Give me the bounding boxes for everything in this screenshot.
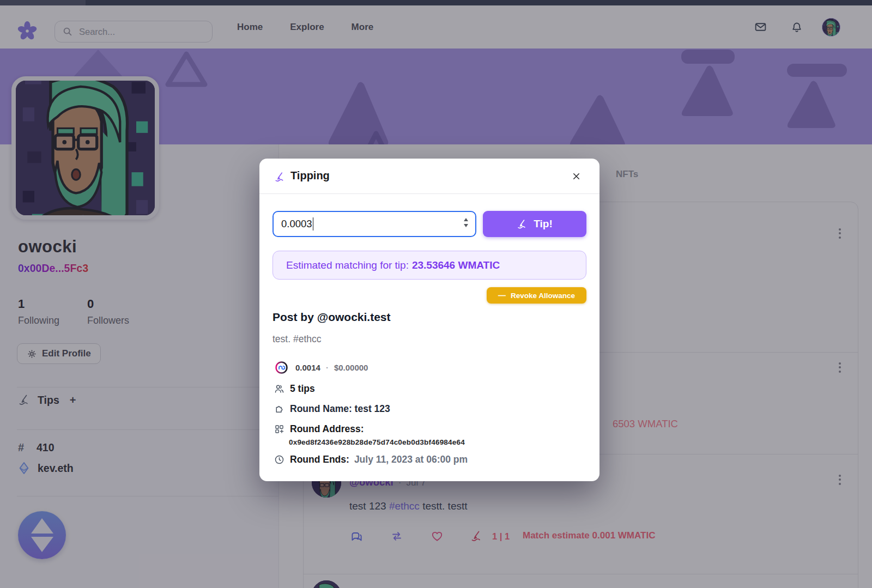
close-icon [571,171,582,181]
stepper-up-icon[interactable] [464,218,468,221]
round-ends-row: Round Ends: July 11, 2023 at 06:00 pm [274,454,468,465]
wmatic-coin-icon [275,361,288,374]
round-name-row: Round Name: test 123 [274,403,390,415]
modal-header-divider [259,193,600,194]
modal-post-excerpt: test. #ethcc [272,334,322,345]
estimated-matching-banner: Estimated matching for tip: 23.53646 WMA… [272,251,586,280]
text-caret [313,217,314,231]
tip-quill-icon [274,171,286,183]
modal-post-heading: Post by @owocki.test [272,311,391,324]
matching-value: 23.53646 WMATIC [412,259,500,271]
round-name: Round Name: test 123 [290,403,390,415]
revoke-allowance-label: Revoke Allowance [511,292,575,300]
usd-value: $0.00000 [334,363,368,372]
round-address-label: Round Address: [290,423,364,435]
revoke-allowance-button[interactable]: — Revoke Allowance [487,287,586,304]
token-amount-row: 0.0014 · $0.00000 [275,361,368,374]
tipping-modal: Tipping 0.0003 Tip! Estimated matchi [259,159,600,481]
tip-button-label: Tip! [534,218,552,230]
tip-amount-input[interactable]: 0.0003 [272,211,476,237]
puzzle-icon [274,403,285,415]
modal-title: Tipping [290,169,330,182]
number-stepper[interactable] [464,218,468,227]
round-ends-label: Round Ends: [290,454,349,465]
tip-submit-button[interactable]: Tip! [483,211,586,237]
modal-tip-icon-wrap [274,171,286,183]
round-address-value: 0x9ed8f2436e928b28de75d74c0eb0d3bf46984e… [289,438,465,446]
round-address-row: Round Address: [274,423,364,435]
tips-count-row: 5 tips [274,383,315,395]
close-modal-button[interactable] [568,168,584,184]
stepper-down-icon[interactable] [464,224,468,227]
app-page: Home Explore More [0,0,872,588]
tips-count: 5 tips [290,383,315,395]
qr-grid-icon [274,423,285,435]
matching-prefix: Estimated matching for tip: [286,259,409,271]
dot-separator: · [326,363,329,372]
tip-quill-icon [517,219,528,230]
clock-icon [274,454,285,465]
people-icon [274,383,285,395]
tip-amount-value: 0.0003 [281,218,312,230]
token-amount: 0.0014 [295,363,320,372]
round-ends-value: July 11, 2023 at 06:00 pm [354,454,468,465]
minus-icon: — [498,291,506,300]
